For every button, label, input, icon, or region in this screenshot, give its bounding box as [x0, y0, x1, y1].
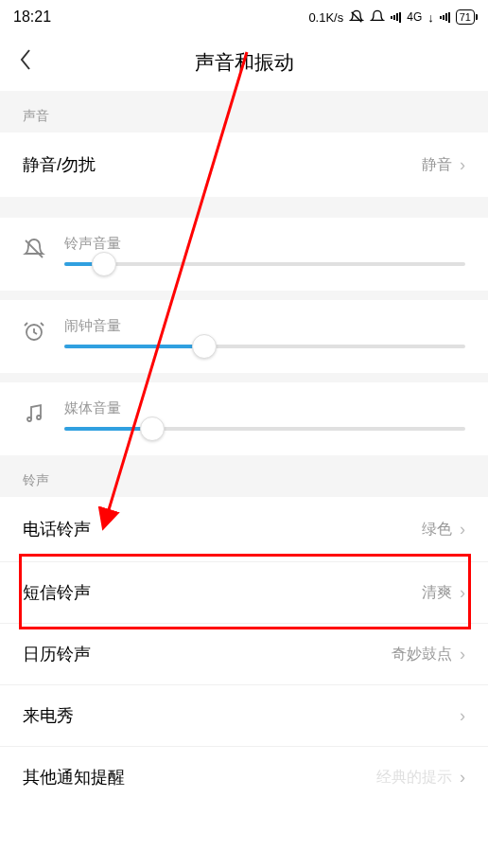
chevron-right-icon: ›: [460, 706, 465, 726]
alarm-volume-row: 闹钟音量: [0, 291, 488, 373]
bell-icon: [370, 9, 385, 25]
chevron-right-icon: ›: [460, 520, 465, 540]
calendar-ringtone-row[interactable]: 日历铃声 奇妙鼓点 ›: [0, 623, 488, 684]
callershow-label: 来电秀: [23, 704, 74, 727]
ring-volume-row: 铃声音量: [0, 208, 488, 291]
ring-volume-label: 铃声音量: [64, 235, 465, 253]
sms-ringtone-value: 清爽 ›: [422, 583, 465, 603]
silent-dnd-value: 静音 ›: [422, 155, 465, 175]
back-button[interactable]: [19, 47, 32, 78]
chevron-right-icon: ›: [460, 155, 465, 175]
other-notify-label: 其他通知提醒: [23, 766, 125, 788]
phone-ringtone-row[interactable]: 电话铃声 绿色 ›: [0, 497, 488, 561]
status-netspeed: 0.1K/s: [308, 10, 343, 25]
media-volume-row: 媒体音量: [0, 373, 488, 455]
dnd-icon: [349, 9, 364, 25]
sms-ringtone-label: 短信铃声: [23, 581, 91, 604]
calendar-ringtone-label: 日历铃声: [23, 643, 91, 665]
media-icon: [23, 402, 45, 429]
ring-volume-slider[interactable]: [64, 262, 465, 266]
phone-ringtone-value: 绿色 ›: [422, 520, 465, 540]
signal-1-icon: [391, 11, 401, 23]
section-label-sound: 声音: [0, 91, 488, 133]
svg-point-1: [27, 417, 31, 421]
battery-icon: 71: [456, 9, 475, 25]
alarm-volume-label: 闹钟音量: [64, 317, 465, 335]
alarm-volume-slider[interactable]: [64, 345, 465, 348]
section-label-ringtone: 铃声: [0, 455, 488, 497]
media-volume-slider[interactable]: [64, 427, 465, 431]
silent-dnd-label: 静音/勿扰: [23, 153, 96, 176]
phone-ringtone-label: 电话铃声: [23, 518, 91, 540]
other-notify-row[interactable]: 其他通知提醒 经典的提示 ›: [0, 746, 488, 807]
sms-ringtone-row[interactable]: 短信铃声 清爽 ›: [0, 561, 488, 623]
media-volume-label: 媒体音量: [64, 399, 465, 417]
header: 声音和振动: [0, 34, 488, 91]
page-title: 声音和振动: [195, 49, 294, 76]
calendar-ringtone-value: 奇妙鼓点 ›: [392, 645, 465, 664]
chevron-right-icon: ›: [460, 583, 465, 603]
svg-point-2: [37, 416, 41, 419]
status-time: 18:21: [13, 9, 51, 26]
alarm-icon: [23, 320, 45, 346]
status-right: 0.1K/s 4G ↓ 71: [308, 9, 475, 25]
ring-mute-icon: [23, 238, 45, 264]
other-notify-value: 经典的提示 ›: [376, 768, 465, 788]
signal-2-icon: [440, 11, 450, 23]
signal-bridge-icon: ↓: [427, 10, 434, 25]
chevron-right-icon: ›: [460, 768, 465, 788]
callershow-value: ›: [452, 706, 465, 726]
chevron-right-icon: ›: [460, 645, 465, 664]
status-bar: 18:21 0.1K/s 4G ↓ 71: [0, 0, 488, 34]
network-label: 4G: [407, 10, 422, 24]
callershow-row[interactable]: 来电秀 ›: [0, 684, 488, 746]
silent-dnd-row[interactable]: 静音/勿扰 静音 ›: [0, 133, 488, 197]
